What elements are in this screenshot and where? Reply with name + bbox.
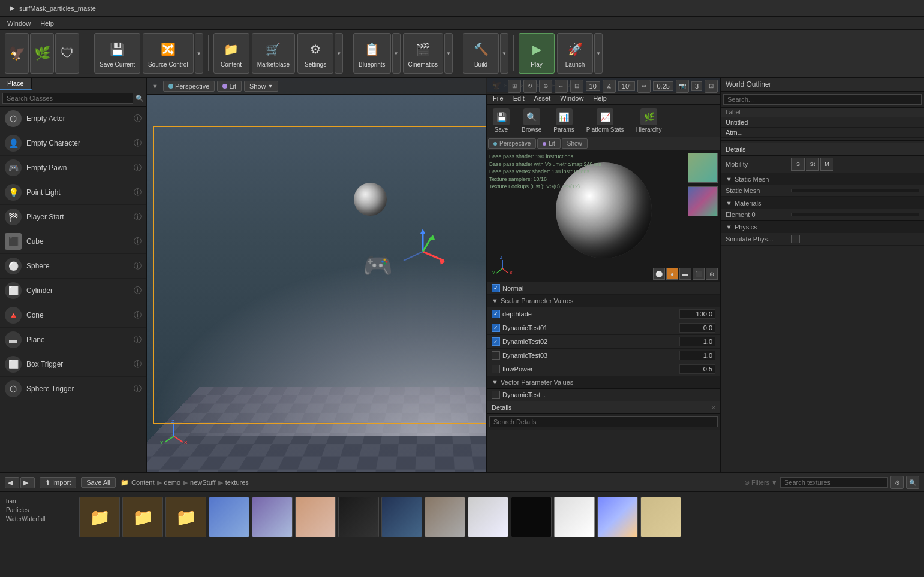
content-button[interactable]: 📁 Content <box>213 33 249 74</box>
mobility-static[interactable]: S <box>791 158 805 171</box>
source-control-arrow[interactable]: ▼ <box>195 33 203 74</box>
settings-button[interactable]: ⚙ Settings <box>297 33 333 74</box>
thumb-normal-tex[interactable] <box>597 497 638 537</box>
thumb-stone-tex[interactable] <box>425 497 465 537</box>
angle-icon[interactable]: ∡ <box>603 80 616 93</box>
place-item-cone[interactable]: 🔺 Cone ⓘ <box>0 303 146 328</box>
place-item-plane[interactable]: ▬ Plane ⓘ <box>0 328 146 352</box>
viewport-arrow[interactable]: ▼ <box>149 81 161 91</box>
place-item-empty-character[interactable]: 👤 Empty Character ⓘ <box>0 131 146 156</box>
place-tab[interactable]: Place <box>0 78 32 90</box>
ue-logo-btn[interactable]: 🦅 <box>5 33 29 74</box>
search-textures-input[interactable] <box>780 477 888 488</box>
outliner-search-input[interactable] <box>723 94 922 105</box>
bottom-search-icon[interactable]: 🔍 <box>906 476 919 489</box>
thumb-skin-tex[interactable] <box>295 497 336 537</box>
sphere-trigger-info[interactable]: ⓘ <box>134 383 142 394</box>
filters-btn[interactable]: ⊛ Filters ▼ <box>744 479 778 487</box>
mat-menu-help[interactable]: Help <box>588 93 612 103</box>
settings-arrow[interactable]: ▼ <box>335 33 343 74</box>
dynamictest03-check[interactable] <box>492 351 500 360</box>
breadcrumb-textures[interactable]: textures <box>225 479 249 486</box>
cinematics-button[interactable]: 🎬 Cinematics <box>403 33 443 74</box>
grid-size[interactable]: 10 <box>586 81 600 91</box>
import-button[interactable]: ⬆ Import <box>40 477 76 488</box>
show-toggle[interactable]: Show ▼ <box>244 81 278 92</box>
thumb-light-tex[interactable] <box>468 497 508 537</box>
breadcrumb-demo[interactable]: demo <box>164 479 181 486</box>
transform-icon-btn[interactable]: ↔ <box>555 80 568 93</box>
mat-params-btn[interactable]: 📊 Params <box>550 107 577 134</box>
menu-help[interactable]: Help <box>35 19 59 28</box>
build-button[interactable]: 🔨 Build <box>463 33 499 74</box>
build-arrow[interactable]: ▼ <box>500 33 508 74</box>
thumb-darkblue-tex[interactable] <box>381 497 422 537</box>
tree-item-3[interactable]: WaterWaterfall <box>5 515 71 524</box>
empty-actor-info[interactable]: ⓘ <box>134 113 142 124</box>
mat-ctrl-box[interactable]: ⬛ <box>693 268 705 280</box>
main-viewport[interactable]: 🎮 ▼ Perspective Lit Show ▼ ⊞ ↻ ⊕ ↔ ⊟ <box>147 78 720 472</box>
dynamictest02-check[interactable]: ✓ <box>492 337 500 346</box>
cube-info[interactable]: ⓘ <box>134 236 142 247</box>
place-item-sphere-trigger[interactable]: ⬡ Sphere Trigger ⓘ <box>0 377 146 401</box>
mat-hierarchy-btn[interactable]: 🌿 Hierarchy <box>633 107 666 134</box>
cinematics-arrow[interactable]: ▼ <box>444 33 453 74</box>
breadcrumb-content[interactable]: Content <box>131 479 155 486</box>
mat-ctrl-sphere[interactable]: ⚪ <box>653 268 665 280</box>
thumb-black-tex[interactable] <box>511 497 552 537</box>
select-icon-btn[interactable]: ⊕ <box>539 80 552 93</box>
camera-speed[interactable]: 3 <box>691 81 702 91</box>
search-details-input[interactable] <box>489 416 718 427</box>
place-item-empty-actor[interactable]: ⬡ Empty Actor ⓘ <box>0 107 146 131</box>
ue-shield-btn[interactable]: 🛡 <box>55 33 79 74</box>
blueprints-arrow[interactable]: ▼ <box>392 33 401 74</box>
mat-perspective-toggle[interactable]: Perspective <box>488 138 536 149</box>
details-close[interactable]: × <box>712 404 715 411</box>
lit-toggle[interactable]: Lit <box>217 81 242 92</box>
place-item-box-trigger[interactable]: ⬜ Box Trigger ⓘ <box>0 352 146 377</box>
mat-lit-toggle[interactable]: Lit <box>537 138 561 149</box>
thumb-folder-1[interactable]: 📁 <box>79 497 120 537</box>
save-all-button[interactable]: Save All <box>81 477 116 488</box>
normal-checkbox[interactable]: ✓ <box>492 284 500 292</box>
dynamictest-vec-check[interactable] <box>492 391 500 399</box>
point-light-info[interactable]: ⓘ <box>134 187 142 198</box>
mat-menu-window[interactable]: Window <box>555 93 588 103</box>
outliner-item-untitled[interactable]: Untitled <box>721 117 924 128</box>
scale-icon[interactable]: ⇔ <box>637 80 651 93</box>
sphere-info[interactable]: ⓘ <box>134 261 142 271</box>
cylinder-info[interactable]: ⓘ <box>134 285 142 296</box>
marketplace-button[interactable]: 🛒 Marketplace <box>252 33 295 74</box>
back-btn[interactable]: ◀ <box>5 477 19 488</box>
blueprints-button[interactable]: 📋 Blueprints <box>353 33 390 74</box>
box-trigger-info[interactable]: ⓘ <box>134 359 142 370</box>
mobility-stationary[interactable]: St <box>806 158 819 171</box>
source-control-button[interactable]: 🔀 Source Control <box>143 33 194 74</box>
play-button[interactable]: ▶ Play <box>519 33 555 74</box>
thumb-white-tex[interactable] <box>554 497 595 537</box>
thumb-purple-tex[interactable] <box>252 497 293 537</box>
mat-ctrl-plane[interactable]: ▬ <box>679 268 691 280</box>
camera-icon[interactable]: 📷 <box>676 80 689 93</box>
search-classes-input[interactable] <box>2 93 133 104</box>
perspective-toggle[interactable]: Perspective <box>163 81 215 92</box>
angle-value[interactable]: 10° <box>618 81 636 91</box>
rotate-icon-btn[interactable]: ↻ <box>523 80 537 93</box>
dynamictest01-check[interactable]: ✓ <box>492 324 500 332</box>
tree-item-1[interactable]: han <box>5 497 71 506</box>
place-item-point-light[interactable]: 💡 Point Light ⓘ <box>0 180 146 205</box>
materials-title[interactable]: ▼ Materials <box>721 197 924 209</box>
mat-ctrl-extra[interactable]: ⊕ <box>706 268 718 280</box>
mat-platform-stats-btn[interactable]: 📈 Platform Stats <box>583 107 628 134</box>
maximize-icon[interactable]: ⊡ <box>705 80 718 93</box>
static-mesh-value[interactable] <box>791 189 919 192</box>
mat-ctrl-orange[interactable]: ● <box>666 268 678 280</box>
place-item-cylinder[interactable]: ⬜ Cylinder ⓘ <box>0 279 146 303</box>
save-current-button[interactable]: 💾 Save Current <box>94 33 140 74</box>
static-mesh-title[interactable]: ▼ Static Mesh <box>721 173 924 185</box>
thumb-folder-3[interactable]: 📁 <box>165 497 206 537</box>
place-item-cube[interactable]: ⬛ Cube ⓘ <box>0 229 146 254</box>
tree-item-2[interactable]: Particles <box>5 506 71 515</box>
simulate-checkbox[interactable] <box>791 235 800 243</box>
thumb-blue-tex[interactable] <box>209 497 249 537</box>
